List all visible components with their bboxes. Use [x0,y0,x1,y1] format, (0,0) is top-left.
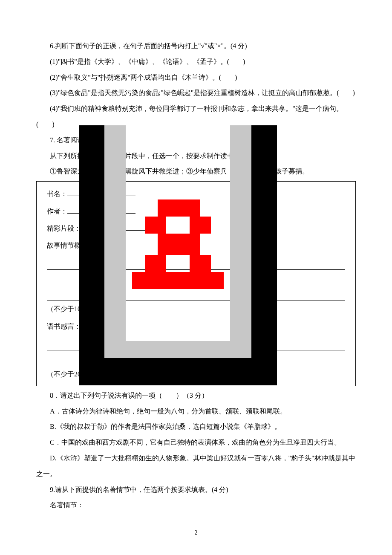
card-excerpt-label: 精彩片段： [47,225,81,232]
card-plot-line-1[interactable] [47,257,345,270]
card-excerpt-row: 精彩片段： [47,220,345,237]
q6-item-3: (3)"绿色食品"是指天然无污染的食品;"绿色崛起"是指要注重植树造林，让挺立的… [36,85,356,101]
q6-item-4: (4)"我们班的精神食粮特别充沛，每位同学都订了一种报刊和杂志，拿出来共享。"这… [36,101,356,133]
page-number: 2 [0,526,392,540]
q8-option-b: B.《我的叔叔于勒》的作者是法国作家莫泊桑，选自短篇小说集《羊脂球》。 [36,419,356,435]
card-book-blank[interactable] [67,189,135,196]
card-excerpt-blank[interactable] [81,224,149,231]
card-plot-line-2[interactable] [47,273,345,286]
card-reflection-line-2[interactable] [47,354,345,366]
q9-stem: 9.请从下面提供的名著情节中，任选两个按要求填表。(4 分) [36,482,356,498]
card-author-label: 作者： [47,208,67,215]
card-reflection-label: 语书感言： [47,318,345,335]
q6-item-2: (2)"舍生取义"与"扑朔迷离"两个成语均出自《木兰诗》。( ) [36,70,356,86]
q7-choices: ①鲁智深大闹五台山；②黑旋风下井救柴进；③少年侦察兵；④为扫烟囱的孩子募捐。 [36,164,356,179]
q6-item-1: (1)"四书"是指《大学》、《中庸》、《论语》、《孟子》。( ) [36,54,356,70]
card-author-blank[interactable] [67,207,135,214]
q9-label: 名著情节： [36,497,356,513]
q7-stem: 7. 名著阅读。(10 分) [36,133,356,148]
card-author-row: 作者： [47,203,345,220]
q6-stem: 6.判断下面句子的正误，在句子后面的括号内打上"√"或"×"。(4 分) [36,38,356,54]
q8-stem: 8．请选出下列句子说法有误的一项（ ）（3 分） [36,388,356,404]
card-reflection-line-1[interactable] [47,338,345,350]
card-plot-tail: （不少于100 字） [47,305,100,312]
q7-instruction: 从下列所提供的名著精彩片段中，任选一个，按要求制作读书卡片。 [36,148,356,164]
card-plot-line-3[interactable] [47,289,345,301]
card-book-label: 书名： [47,190,67,197]
reading-card: 书名： 作者： 精彩片段： 故事情节概述： （不少于100 字） 语书感言： （… [36,181,356,386]
card-reflection-tail: （不少于20 字） [47,370,96,378]
q8-option-d: D.《水浒》塑造了一大批栩栩如生的人物形象。其中梁山好汉就有一百零八将，"豹子头… [36,451,356,482]
card-book-row: 书名： [47,186,345,202]
q8-option-c: C．中国的戏曲和西方戏剧不同，它有自己独特的表演体系，戏曲的角色分为生旦净丑四大… [36,435,356,451]
card-plot-label: 故事情节概述： [47,237,345,254]
q8-option-a: A．古体诗分为律诗和绝句，绝句一般为八句，分为首联、颔联、颈联和尾联。 [36,404,356,419]
